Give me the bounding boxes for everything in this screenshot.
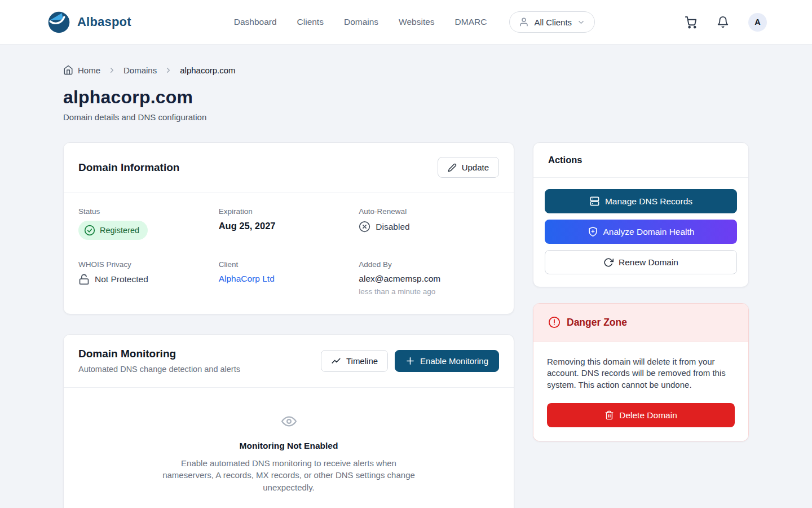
- plus-icon: [405, 356, 415, 366]
- page-content: Home Domains alphacorp.com alphacorp.com…: [0, 45, 812, 508]
- analyze-domain-health-button[interactable]: Analyze Domain Health: [545, 220, 737, 244]
- breadcrumb-home[interactable]: Home: [63, 65, 100, 75]
- navbar-right: A: [685, 13, 767, 32]
- nav-item-websites[interactable]: Websites: [399, 17, 434, 27]
- main-nav: Dashboard Clients Domains Websites DMARC: [234, 17, 487, 27]
- breadcrumb: Home Domains alphacorp.com: [63, 65, 749, 75]
- delete-domain-button[interactable]: Delete Domain: [547, 403, 735, 427]
- nav-item-domains[interactable]: Domains: [344, 17, 378, 27]
- monitoring-empty-title: Monitoring Not Enabled: [86, 441, 491, 451]
- brand[interactable]: Albaspot: [47, 11, 131, 34]
- whois-privacy-label: WHOIS Privacy: [78, 260, 219, 269]
- trend-line-icon: [331, 356, 341, 366]
- client-filter-label: All Clients: [534, 17, 572, 27]
- client-filter-dropdown[interactable]: All Clients: [509, 11, 595, 33]
- trash-icon: [604, 410, 614, 420]
- auto-renewal-label: Auto-Renewal: [359, 207, 499, 216]
- danger-zone-title: Danger Zone: [567, 317, 627, 329]
- page-title: alphacorp.com: [63, 87, 749, 108]
- client-label: Client: [219, 260, 359, 269]
- unlock-icon: [78, 274, 90, 285]
- alert-circle-icon: [548, 316, 561, 329]
- auto-renewal-value: Disabled: [376, 222, 409, 232]
- actions-title: Actions: [548, 155, 734, 165]
- user-icon: [519, 17, 529, 27]
- chevron-right-icon: [164, 66, 173, 75]
- client-field: Client AlphaCorp Ltd: [219, 260, 359, 296]
- notifications-button[interactable]: [717, 16, 729, 28]
- update-button[interactable]: Update: [438, 157, 499, 178]
- renew-domain-button[interactable]: Renew Domain: [545, 250, 737, 274]
- added-by-value: alex@acmemsp.com: [359, 274, 499, 284]
- monitoring-empty-text: Enable automated DNS monitoring to recei…: [162, 457, 415, 493]
- chevron-right-icon: [108, 66, 116, 75]
- shield-plus-icon: [588, 226, 598, 237]
- nav-item-dashboard[interactable]: Dashboard: [234, 17, 277, 27]
- domain-monitoring-card: Domain Monitoring Automated DNS change d…: [63, 334, 514, 508]
- enable-monitoring-button[interactable]: Enable Monitoring: [395, 350, 499, 372]
- server-icon: [589, 196, 600, 207]
- breadcrumb-domains[interactable]: Domains: [123, 65, 157, 75]
- expiration-label: Expiration: [219, 207, 359, 216]
- top-navbar: Albaspot Dashboard Clients Domains Websi…: [0, 0, 812, 45]
- status-field: Status Registered: [78, 207, 219, 240]
- refresh-icon: [603, 257, 614, 268]
- status-badge: Registered: [78, 221, 148, 240]
- domain-information-card: Domain Information Update Status Registe…: [63, 142, 514, 314]
- actions-card: Actions Manage DNS Records Analyze Domai…: [533, 142, 749, 287]
- cart-button[interactable]: [685, 16, 698, 29]
- whois-privacy-value: Not Protected: [95, 274, 148, 284]
- home-icon: [63, 65, 73, 75]
- brand-name: Albaspot: [77, 15, 131, 29]
- nav-item-clients[interactable]: Clients: [297, 17, 324, 27]
- monitoring-title: Domain Monitoring: [78, 348, 240, 360]
- nav-item-dmarc[interactable]: DMARC: [455, 17, 487, 27]
- client-link[interactable]: AlphaCorp Ltd: [219, 274, 275, 283]
- cart-icon: [685, 16, 698, 29]
- monitoring-subtitle: Automated DNS change detection and alert…: [78, 365, 240, 374]
- danger-zone-card: Danger Zone Removing this domain will de…: [533, 303, 749, 441]
- whois-privacy-field: WHOIS Privacy Not Protected: [78, 260, 219, 296]
- danger-zone-text: Removing this domain will delete it from…: [547, 356, 735, 391]
- page-subtitle: Domain details and DNS configuration: [63, 112, 749, 122]
- eye-icon: [86, 414, 491, 429]
- user-avatar[interactable]: A: [748, 13, 767, 32]
- domain-info-title: Domain Information: [78, 161, 179, 174]
- chevron-down-icon: [577, 18, 585, 27]
- auto-renewal-field: Auto-Renewal Disabled: [359, 207, 499, 240]
- manage-dns-records-button[interactable]: Manage DNS Records: [545, 189, 737, 213]
- expiration-value: Aug 25, 2027: [219, 221, 359, 231]
- added-by-time: less than a minute ago: [359, 287, 499, 296]
- added-by-field: Added By alex@acmemsp.com less than a mi…: [359, 260, 499, 296]
- added-by-label: Added By: [359, 260, 499, 269]
- expiration-field: Expiration Aug 25, 2027: [219, 207, 359, 240]
- breadcrumb-current: alphacorp.com: [180, 65, 235, 75]
- check-circle-icon: [84, 225, 95, 236]
- bell-icon: [717, 16, 729, 28]
- albaspot-logo-icon: [47, 11, 70, 34]
- monitoring-empty-state: Monitoring Not Enabled Enable automated …: [64, 388, 514, 508]
- status-label: Status: [78, 207, 219, 216]
- pencil-icon: [448, 163, 457, 172]
- timeline-button[interactable]: Timeline: [321, 350, 388, 372]
- x-circle-icon: [359, 221, 370, 233]
